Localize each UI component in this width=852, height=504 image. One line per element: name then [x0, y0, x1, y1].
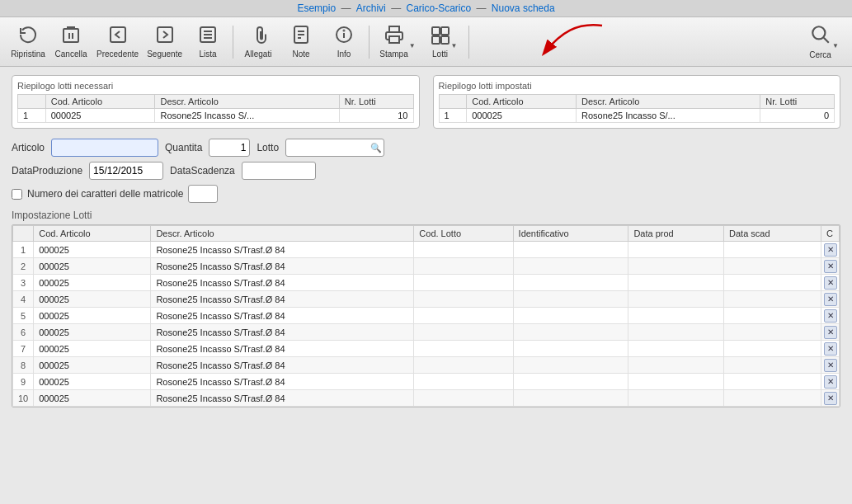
numero-matricole-input[interactable]	[188, 185, 218, 203]
delete-row-button[interactable]: ✕	[824, 309, 837, 323]
cerca-button[interactable]: Cerca ▼	[803, 21, 845, 63]
delete-row-button[interactable]: ✕	[824, 260, 837, 273]
articolo-input[interactable]	[51, 139, 158, 157]
note-icon	[291, 25, 311, 48]
svg-point-15	[343, 31, 344, 31]
lt-row-lotto	[414, 258, 513, 275]
data-scadenza-input[interactable]	[242, 162, 316, 180]
lt-col-num	[13, 226, 34, 242]
lt-row-id	[513, 291, 628, 308]
cancella-label: Cancella	[55, 49, 87, 59]
riepilogo-necessari-table: Cod. Articolo Descr. Articolo Nr. Lotti …	[17, 94, 414, 123]
info-icon	[334, 25, 354, 48]
lt-row-descr: Rosone25 Incasso S/Trasf.Ø 84	[151, 258, 414, 275]
stampa-label: Stampa	[379, 49, 407, 59]
precedente-label: Precedente	[96, 49, 139, 59]
lt-row-data-scad	[724, 374, 821, 390]
allegati-button[interactable]: Allegati	[237, 21, 280, 62]
lista-button[interactable]: Lista	[186, 21, 229, 62]
lt-row-lotto	[414, 275, 513, 291]
delete-row-button[interactable]: ✕	[824, 276, 837, 290]
lt-row-cod: 000025	[34, 258, 151, 275]
lt-row-id	[513, 374, 628, 390]
lt-row-data-prod	[628, 374, 724, 390]
lt-row-id	[513, 324, 628, 341]
cancella-button[interactable]: Cancella	[49, 21, 92, 62]
info-button[interactable]: Info	[322, 21, 365, 62]
riepilogo-impostati-table: Cod. Articolo Descr. Articolo Nr. Lotti …	[439, 94, 836, 123]
lt-row-descr: Rosone25 Incasso S/Trasf.Ø 84	[151, 308, 414, 324]
seguente-label: Seguente	[147, 49, 182, 59]
lt-row-id	[513, 275, 628, 291]
data-scadenza-label: DataScadenza	[170, 165, 235, 177]
precedente-button[interactable]: Precedente	[92, 21, 143, 62]
lotto-search-wrap: 🔍	[285, 139, 384, 157]
lt-col-c: C	[821, 226, 840, 242]
quantita-input[interactable]	[209, 139, 250, 157]
lt-row-data-scad	[724, 341, 821, 357]
lt-row-num: 2	[13, 258, 34, 275]
rn-cod: 000025	[45, 109, 155, 123]
lt-row-data-scad	[724, 390, 821, 407]
delete-row-button[interactable]: ✕	[824, 293, 837, 306]
breadcrumb-carico-scarico[interactable]: Carico-Scarico	[406, 2, 471, 14]
table-row: 10 000025 Rosone25 Incasso S/Trasf.Ø 84 …	[13, 390, 840, 407]
breadcrumb-nuova-scheda[interactable]: Nuova scheda	[492, 2, 555, 14]
lt-row-descr: Rosone25 Incasso S/Trasf.Ø 84	[151, 357, 414, 374]
lt-row-descr: Rosone25 Incasso S/Trasf.Ø 84	[151, 291, 414, 308]
stampa-dropdown-arrow: ▼	[409, 42, 416, 49]
cerca-label: Cerca	[809, 50, 831, 59]
delete-row-button[interactable]: ✕	[824, 375, 837, 389]
seguente-icon	[155, 25, 175, 48]
breadcrumb-esempio[interactable]: Esempio	[297, 2, 336, 14]
delete-row-button[interactable]: ✕	[824, 359, 837, 372]
lt-row-cod: 000025	[34, 275, 151, 291]
lt-row-num: 1	[13, 242, 34, 258]
lt-row-id	[513, 341, 628, 357]
lt-row-data-scad	[724, 258, 821, 275]
svg-rect-0	[64, 29, 78, 42]
lt-row-delete-cell: ✕	[821, 291, 840, 308]
lt-row-num: 8	[13, 357, 34, 374]
lt-row-id	[513, 308, 628, 324]
form-row-3: Numero dei caratteri delle matricole	[12, 185, 840, 203]
riepilogo-impostati-box: Riepilogo lotti impostati Cod. Articolo …	[433, 75, 841, 129]
ri-descr: Rosone25 Incasso S/...	[576, 109, 760, 123]
svg-rect-20	[441, 36, 449, 44]
seguente-button[interactable]: Seguente	[143, 21, 186, 62]
svg-rect-19	[432, 36, 440, 44]
table-row: 3 000025 Rosone25 Incasso S/Trasf.Ø 84 ✕	[13, 275, 840, 291]
delete-row-button[interactable]: ✕	[824, 243, 837, 257]
ri-num: 1	[439, 109, 467, 123]
lotti-dropdown-arrow: ▼	[451, 42, 458, 49]
svg-rect-17	[432, 27, 440, 35]
lt-row-data-prod	[628, 258, 724, 275]
delete-row-button[interactable]: ✕	[824, 342, 837, 356]
lt-row-delete-cell: ✕	[821, 242, 840, 258]
lt-row-num: 5	[13, 308, 34, 324]
lt-row-lotto	[414, 308, 513, 324]
ri-col-nr: Nr. Lotti	[760, 95, 835, 109]
note-button[interactable]: Note	[280, 21, 322, 62]
lt-row-descr: Rosone25 Incasso S/Trasf.Ø 84	[151, 275, 414, 291]
numero-matricole-label: Numero dei caratteri delle matricole	[27, 188, 183, 200]
svg-point-21	[812, 26, 825, 39]
riepilogo-impostati-title: Riepilogo lotti impostati	[439, 81, 836, 91]
lt-row-num: 7	[13, 341, 34, 357]
table-row: 1 000025 Rosone25 Incasso S/Trasf.Ø 84 ✕	[13, 242, 840, 258]
delete-row-button[interactable]: ✕	[824, 326, 837, 339]
lotti-button[interactable]: Lotti ▼	[422, 21, 465, 62]
stampa-button[interactable]: Stampa ▼	[373, 21, 422, 62]
ripristina-button[interactable]: Ripristina	[7, 21, 49, 62]
numero-matricole-checkbox[interactable]	[12, 189, 22, 200]
lotto-input[interactable]	[285, 139, 384, 157]
lt-row-cod: 000025	[34, 357, 151, 374]
delete-row-button[interactable]: ✕	[824, 392, 837, 405]
data-produzione-input[interactable]	[89, 162, 163, 180]
form-section: Articolo Quantita Lotto 🔍 DataProduzione…	[12, 139, 840, 203]
breadcrumb-archivi[interactable]: Archivi	[356, 2, 386, 14]
table-row: 5 000025 Rosone25 Incasso S/Trasf.Ø 84 ✕	[13, 308, 840, 324]
lt-row-data-scad	[724, 275, 821, 291]
lt-col-cod: Cod. Articolo	[34, 226, 151, 242]
lt-row-lotto	[414, 341, 513, 357]
